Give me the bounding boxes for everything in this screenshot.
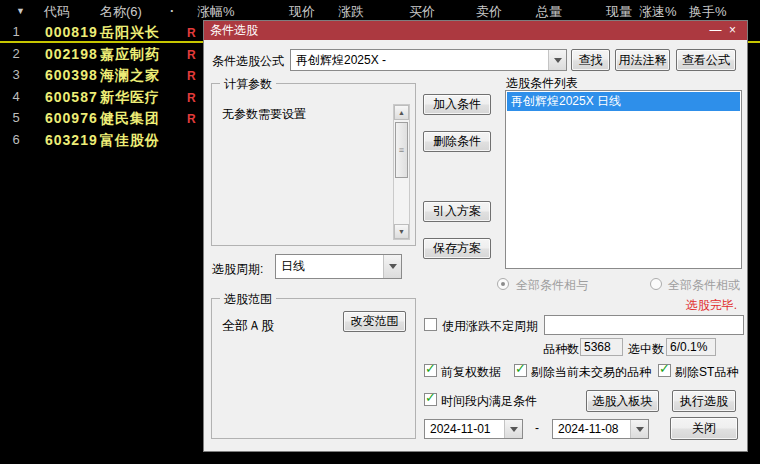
radio-all-and-label[interactable]: 全部条件相与 xyxy=(516,277,588,294)
chevron-down-icon[interactable] xyxy=(504,420,522,438)
checkbox-exclude-untradable-label[interactable]: 剔除当前未交易的品种 xyxy=(531,364,651,381)
find-button[interactable]: 查找 xyxy=(571,49,610,71)
total-count-field: 5368 xyxy=(580,338,623,356)
params-scrollbar[interactable]: ▲ ≡ ▼ xyxy=(393,104,410,240)
checkbox-forward-adjust-label[interactable]: 前复权数据 xyxy=(441,364,501,381)
condition-list-item-selected[interactable]: 再创辉煌2025X 日线 xyxy=(507,92,740,111)
stock-name: 新华医疗 xyxy=(100,89,160,107)
add-condition-button[interactable]: 加入条件 xyxy=(423,94,491,115)
scrollbar-thumb[interactable]: ≡ xyxy=(395,122,408,178)
scroll-up-icon[interactable]: ▲ xyxy=(394,105,409,120)
stock-name: 健民集团 xyxy=(100,110,160,128)
period-value: 日线 xyxy=(276,258,383,275)
check-icon: ✓ xyxy=(659,361,670,376)
change-range-button[interactable]: 改变范围 xyxy=(343,311,406,332)
close-button[interactable]: 关闭 xyxy=(670,417,738,440)
checkbox-unfixed-period[interactable] xyxy=(424,318,437,331)
check-icon: ✓ xyxy=(515,361,526,376)
stock-code: 600398 xyxy=(45,67,98,83)
chevron-down-icon[interactable] xyxy=(383,255,401,278)
import-plan-button[interactable]: 引入方案 xyxy=(423,201,491,222)
range-label: 选股范围 xyxy=(220,291,276,308)
scroll-down-icon[interactable]: ▼ xyxy=(394,224,409,239)
period-label: 选股周期: xyxy=(212,261,263,278)
dialog-title: 条件选股 xyxy=(210,22,707,39)
condition-stock-dialog: 条件选股 — × 条件选股公式 再创辉煌2025X - 查找 用法注释 查看公式… xyxy=(203,20,748,452)
date-to-select[interactable]: 2024-11-08 xyxy=(552,419,649,439)
check-icon: ✓ xyxy=(425,390,436,405)
col-bid[interactable]: 买价 xyxy=(409,3,435,21)
calc-params-group: 计算参数 无参数需要设置 ▲ ≡ ▼ xyxy=(211,83,416,246)
checkbox-time-range[interactable]: ✓ xyxy=(424,393,437,406)
pick-to-block-button[interactable]: 选股入板块 xyxy=(586,390,659,412)
unfixed-period-input[interactable] xyxy=(544,315,744,335)
stock-code: 002198 xyxy=(45,46,98,62)
check-icon: ✓ xyxy=(425,361,436,376)
radio-all-or-label[interactable]: 全部条件相或 xyxy=(668,277,740,294)
stock-code: 603219 xyxy=(45,132,98,148)
range-value: 全部Ａ股 xyxy=(222,317,274,335)
stock-code: 600976 xyxy=(45,110,98,126)
row-index: 3 xyxy=(6,67,26,82)
selected-count-label: 选中数 xyxy=(628,341,664,358)
row-index: 6 xyxy=(6,132,26,147)
chevron-down-icon[interactable] xyxy=(630,420,648,438)
grip-icon: ≡ xyxy=(399,145,404,155)
stock-name: 富佳股份 xyxy=(100,132,160,150)
col-volume[interactable]: 总量 xyxy=(536,3,562,21)
chevron-down-icon[interactable] xyxy=(548,50,566,70)
date-from-select[interactable]: 2024-11-01 xyxy=(424,419,523,439)
col-ask[interactable]: 卖价 xyxy=(476,3,502,21)
condition-listbox[interactable]: 再创辉煌2025X 日线 xyxy=(505,90,742,269)
margin-badge: R xyxy=(187,69,196,83)
radio-all-or[interactable] xyxy=(650,278,662,290)
col-cur-volume[interactable]: 现量 xyxy=(606,3,632,21)
save-plan-button[interactable]: 保存方案 xyxy=(423,238,491,259)
sort-icon[interactable]: ▼ xyxy=(16,6,25,16)
stock-code: 600587 xyxy=(45,89,98,105)
screen: ▼ 代码 名称(6) · 涨幅% 现价 涨跌 买价 卖价 总量 现量 涨速% 换… xyxy=(0,0,760,464)
date-to-value: 2024-11-08 xyxy=(553,422,630,436)
dialog-titlebar[interactable]: 条件选股 — × xyxy=(204,21,747,40)
minimize-button[interactable]: — xyxy=(707,22,724,39)
checkbox-forward-adjust[interactable]: ✓ xyxy=(424,364,437,377)
no-params-text: 无参数需要设置 xyxy=(222,106,306,123)
checkbox-exclude-st[interactable]: ✓ xyxy=(658,364,671,377)
formula-value: 再创辉煌2025X - xyxy=(291,52,548,69)
margin-badge: R xyxy=(187,48,196,62)
view-formula-button[interactable]: 查看公式 xyxy=(676,49,736,71)
formula-select[interactable]: 再创辉煌2025X - xyxy=(290,49,567,71)
col-speed[interactable]: 涨速% xyxy=(639,3,677,21)
col-code[interactable]: 代码 xyxy=(44,3,70,21)
col-change[interactable]: 涨跌 xyxy=(338,3,364,21)
execute-pick-button[interactable]: 执行选股 xyxy=(672,390,736,412)
col-turnover[interactable]: 换手% xyxy=(689,3,727,21)
total-count-label: 品种数 xyxy=(543,341,579,358)
col-name[interactable]: 名称(6) xyxy=(100,3,142,21)
radio-all-and[interactable] xyxy=(497,278,509,290)
margin-badge: R xyxy=(187,112,196,126)
checkbox-unfixed-period-label[interactable]: 使用涨跌不定周期 xyxy=(442,318,538,335)
calc-params-label: 计算参数 xyxy=(220,76,276,93)
row-index: 5 xyxy=(6,110,26,125)
close-icon[interactable]: × xyxy=(724,22,741,39)
range-group: 选股范围 全部Ａ股 改变范围 xyxy=(211,298,416,439)
usage-note-button[interactable]: 用法注释 xyxy=(615,49,670,71)
col-dot[interactable]: · xyxy=(170,3,174,18)
col-change-pct[interactable]: 涨幅% xyxy=(197,3,235,21)
checkbox-exclude-untradable[interactable]: ✓ xyxy=(514,364,527,377)
stock-name: 海澜之家 xyxy=(100,67,160,85)
row-index: 1 xyxy=(6,24,26,39)
margin-badge: R xyxy=(187,91,196,105)
col-price[interactable]: 现价 xyxy=(289,3,315,21)
delete-condition-button[interactable]: 删除条件 xyxy=(423,131,491,152)
selected-count-field: 6/0.1% xyxy=(666,338,716,356)
row-index: 2 xyxy=(6,46,26,61)
period-select[interactable]: 日线 xyxy=(275,254,402,279)
status-text: 选股完毕. xyxy=(686,297,737,314)
row-index: 4 xyxy=(6,89,26,104)
checkbox-exclude-st-label[interactable]: 剔除ST品种 xyxy=(675,364,738,381)
stock-name: 嘉应制药 xyxy=(100,46,160,64)
stock-name: 岳阳兴长 xyxy=(100,24,160,42)
checkbox-time-range-label[interactable]: 时间段内满足条件 xyxy=(441,393,537,410)
